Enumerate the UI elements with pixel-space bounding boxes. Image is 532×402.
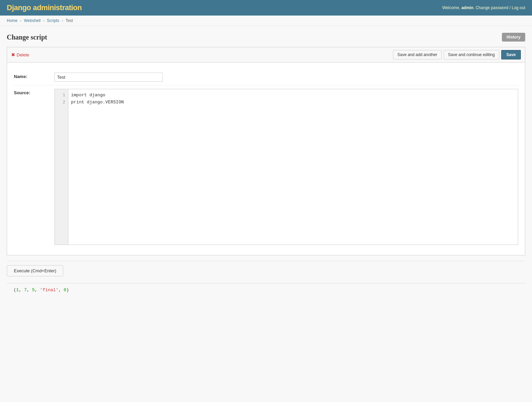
user-tools: Welcome, admin. Change password / Log ou… xyxy=(442,5,525,10)
delete-link[interactable]: ✖ Delete xyxy=(11,52,29,57)
breadcrumb-home[interactable]: Home xyxy=(7,18,18,23)
username: admin xyxy=(461,5,473,10)
delete-label: Delete xyxy=(17,52,29,57)
line-number-2: 2 xyxy=(57,99,65,106)
breadcrumb-webshell[interactable]: Webshell xyxy=(24,18,41,23)
page-title: Change script xyxy=(7,33,47,41)
welcome-text: Welcome, xyxy=(442,5,461,10)
line-number-1: 1 xyxy=(57,92,65,99)
toolbar-buttons: Save and add another Save and continue e… xyxy=(393,50,521,59)
output-close-paren: ) xyxy=(66,287,69,293)
save-continue-button[interactable]: Save and continue editing xyxy=(444,50,499,59)
toolbar: ✖ Delete Save and add another Save and c… xyxy=(7,47,525,62)
source-label: Source: xyxy=(14,89,54,95)
breadcrumb-scripts[interactable]: Scripts xyxy=(47,18,60,23)
site-name-suffix: administration xyxy=(33,3,82,12)
line-numbers: 1 2 xyxy=(55,89,68,245)
logout-link[interactable]: Log out xyxy=(512,5,525,10)
code-editor: 1 2 import django print django.VERSION xyxy=(54,89,518,245)
output-open-paren: ( xyxy=(14,287,16,293)
name-input[interactable] xyxy=(54,73,163,82)
site-name-prefix: Django xyxy=(7,3,33,12)
source-textarea[interactable]: import django print django.VERSION xyxy=(68,89,518,245)
execute-area: Execute (Cmd+Enter) xyxy=(7,261,525,280)
output-val-5: 0 xyxy=(64,287,66,293)
content-main: Change script History ✖ Delete Save and … xyxy=(0,26,532,303)
output-val-1: 1 xyxy=(16,287,19,293)
output-area: (1, 7, 5, 'final', 0) xyxy=(7,283,525,297)
breadcrumb: Home › Webshell › Scripts › Test xyxy=(0,16,532,26)
name-field-row: Name: xyxy=(14,69,518,85)
source-field-value: 1 2 import django print django.VERSION xyxy=(54,89,518,245)
history-button[interactable]: History xyxy=(502,33,525,42)
form-container: ✖ Delete Save and add another Save and c… xyxy=(7,47,525,255)
output-val-2: 7 xyxy=(24,287,27,293)
change-password-link[interactable]: Change password xyxy=(476,5,508,10)
save-button[interactable]: Save xyxy=(501,50,521,59)
save-add-another-button[interactable]: Save and add another xyxy=(393,50,442,59)
form-fields: Name: Source: 1 2 import django print dj… xyxy=(7,62,525,255)
delete-icon: ✖ xyxy=(11,52,15,57)
name-label: Name: xyxy=(14,73,54,79)
name-field-value xyxy=(54,73,518,82)
source-field-row: Source: 1 2 import django print django.V… xyxy=(14,85,518,248)
output-val-4: 'final' xyxy=(40,287,59,293)
breadcrumb-current: Test xyxy=(66,18,73,23)
execute-button[interactable]: Execute (Cmd+Enter) xyxy=(7,265,63,276)
page-title-row: Change script History xyxy=(7,33,525,42)
header: Django administration Welcome, admin. Ch… xyxy=(0,0,532,16)
site-title: Django administration xyxy=(7,3,82,12)
